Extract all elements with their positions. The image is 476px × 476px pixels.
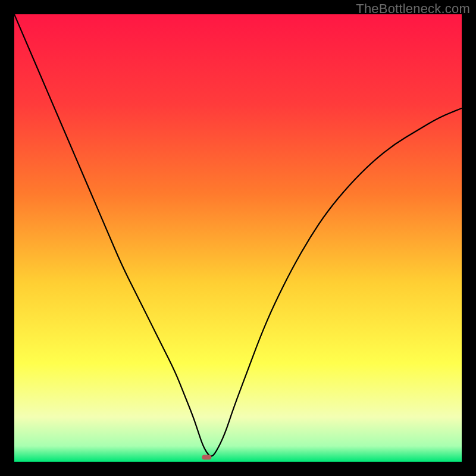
optimal-point-marker — [202, 455, 211, 459]
watermark-label: TheBottleneck.com — [356, 1, 470, 17]
chart-frame — [14, 14, 462, 462]
bottleneck-plot — [14, 14, 462, 462]
